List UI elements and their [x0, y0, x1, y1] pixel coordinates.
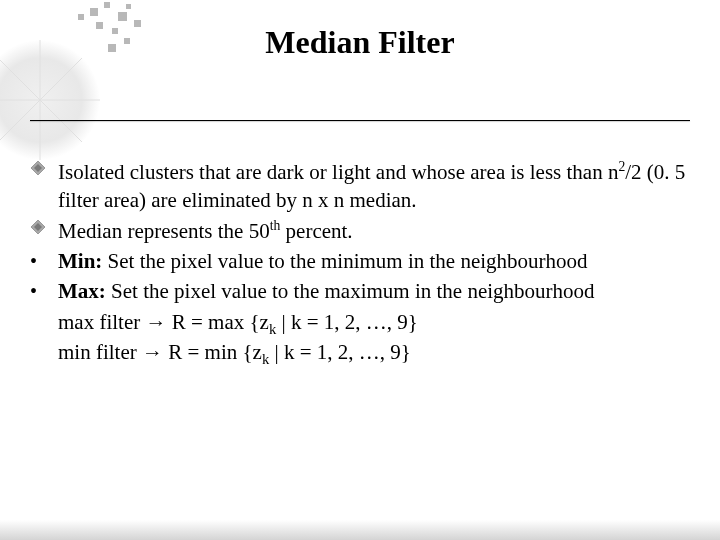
diamond-bullet-icon [30, 217, 58, 235]
bullet-item-2: Median represents the 50th percent. [30, 217, 690, 245]
diamond-bullet-icon [30, 158, 58, 176]
bullet-item-3: • Min: Set the pixel value to the minimu… [30, 247, 690, 275]
formula-min: min filter → R = min {zk | k = 1, 2, …, … [30, 338, 690, 366]
svg-rect-14 [126, 4, 131, 9]
dot-bullet-icon: • [30, 277, 58, 303]
title-divider [30, 120, 690, 121]
bullet-1-text: Isolated clusters that are dark or light… [58, 158, 690, 215]
footer-gradient [0, 520, 720, 540]
svg-line-2 [40, 58, 82, 100]
svg-line-6 [0, 100, 40, 142]
formula-max: max filter → R = max {zk | k = 1, 2, …, … [30, 308, 690, 336]
slide-title: Median Filter [0, 24, 720, 61]
bullet-item-4: • Max: Set the pixel value to the maximu… [30, 277, 690, 305]
svg-rect-11 [118, 12, 127, 21]
svg-rect-9 [90, 8, 98, 16]
dot-bullet-icon: • [30, 247, 58, 273]
bullet-item-1: Isolated clusters that are dark or light… [30, 158, 690, 215]
bullet-3-text: Min: Set the pixel value to the minimum … [58, 247, 690, 275]
bullet-2-text: Median represents the 50th percent. [58, 217, 690, 245]
svg-line-8 [0, 58, 40, 100]
svg-line-4 [40, 100, 82, 142]
svg-rect-10 [104, 2, 110, 8]
svg-rect-16 [78, 14, 84, 20]
bullet-4-text: Max: Set the pixel value to the maximum … [58, 277, 690, 305]
slide-body: Isolated clusters that are dark or light… [30, 158, 690, 366]
